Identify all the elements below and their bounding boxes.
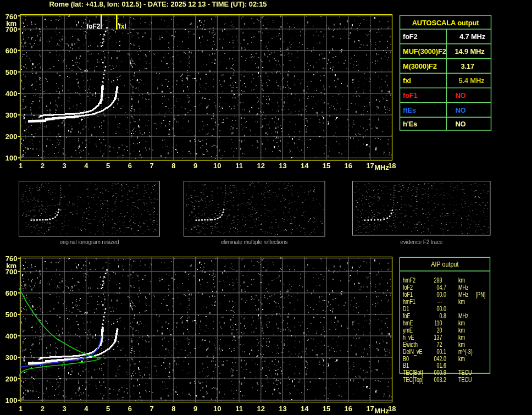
svg-text:14: 14 bbox=[301, 405, 309, 413]
svg-text:137: 137 bbox=[434, 333, 442, 341]
svg-text:hmE: hmE bbox=[403, 319, 413, 327]
svg-text:0: 0 bbox=[440, 312, 442, 319]
svg-text:10: 10 bbox=[213, 162, 221, 170]
svg-text:hmF1: hmF1 bbox=[403, 298, 415, 306]
svg-text:5.4 MHz: 5.4 MHz bbox=[458, 76, 485, 85]
svg-text:00: 00 bbox=[437, 291, 442, 298]
svg-text:00: 00 bbox=[437, 305, 442, 312]
svg-text:1: 1 bbox=[19, 162, 23, 170]
svg-text:17: 17 bbox=[366, 405, 374, 413]
svg-text:11: 11 bbox=[235, 162, 243, 170]
svg-text:9: 9 bbox=[193, 405, 197, 413]
svg-text:AUTOSCALA output: AUTOSCALA output bbox=[412, 19, 480, 27]
svg-text:16: 16 bbox=[345, 162, 352, 170]
svg-text:MHz: MHz bbox=[374, 163, 389, 171]
svg-text:7: 7 bbox=[149, 162, 153, 170]
svg-text:15: 15 bbox=[323, 162, 330, 170]
svg-text:foF1: foF1 bbox=[403, 91, 418, 99]
svg-text:8: 8 bbox=[171, 162, 175, 170]
svg-text:MHz: MHz bbox=[458, 312, 468, 319]
svg-text:18: 18 bbox=[388, 405, 396, 413]
svg-text:km: km bbox=[458, 319, 465, 327]
svg-text:6: 6 bbox=[128, 162, 132, 170]
svg-text:5: 5 bbox=[106, 162, 110, 170]
svg-text:.8: .8 bbox=[442, 312, 447, 319]
svg-text:h'Es: h'Es bbox=[403, 120, 417, 128]
svg-text:700: 700 bbox=[5, 268, 18, 276]
svg-text:3: 3 bbox=[62, 162, 66, 170]
svg-text:20: 20 bbox=[437, 326, 442, 334]
svg-text:500: 500 bbox=[5, 68, 18, 76]
svg-text:DelN_vE: DelN_vE bbox=[403, 347, 422, 355]
svg-text:AIP output: AIP output bbox=[431, 260, 459, 268]
svg-text:14: 14 bbox=[301, 162, 309, 170]
svg-text:2: 2 bbox=[41, 405, 45, 413]
svg-text:MHz: MHz bbox=[374, 407, 389, 415]
svg-text:13: 13 bbox=[279, 162, 286, 170]
svg-text:---: --- bbox=[437, 298, 442, 306]
svg-text:04: 04 bbox=[437, 284, 442, 291]
svg-text:12: 12 bbox=[257, 405, 265, 413]
svg-text:original ionogram resized: original ionogram resized bbox=[60, 239, 119, 245]
svg-text:fxI: fxI bbox=[403, 76, 411, 85]
svg-text:foF2: foF2 bbox=[403, 32, 418, 41]
svg-text:300: 300 bbox=[5, 111, 18, 119]
svg-text:foE: foE bbox=[403, 312, 410, 319]
svg-text:.9: .9 bbox=[442, 369, 447, 377]
svg-text:D1: D1 bbox=[403, 305, 409, 312]
svg-text:400: 400 bbox=[5, 90, 18, 98]
svg-text:00: 00 bbox=[437, 347, 442, 355]
svg-text:TEC[Bot]: TEC[Bot] bbox=[403, 369, 423, 377]
svg-text:MHz: MHz bbox=[458, 284, 468, 291]
svg-text:7: 7 bbox=[149, 405, 153, 413]
svg-text:18: 18 bbox=[388, 162, 396, 170]
svg-text:M(3000)F2: M(3000)F2 bbox=[403, 62, 437, 70]
svg-text:003: 003 bbox=[434, 376, 442, 384]
svg-text:TECU: TECU bbox=[458, 376, 472, 384]
svg-text:288: 288 bbox=[434, 276, 442, 284]
svg-text:km: km bbox=[458, 333, 465, 341]
svg-text:17: 17 bbox=[366, 162, 374, 170]
svg-text:foF2: foF2 bbox=[86, 23, 101, 30]
svg-text:14.9 MHz: 14.9 MHz bbox=[455, 47, 485, 56]
svg-text:4: 4 bbox=[84, 162, 88, 170]
svg-text:ymE: ymE bbox=[403, 326, 413, 334]
svg-text:eliminate multiple reflections: eliminate multiple reflections bbox=[221, 239, 287, 245]
svg-text:.6: .6 bbox=[442, 362, 447, 369]
svg-text:Rome (lat: +41.8, lon: 012.5): Rome (lat: +41.8, lon: 012.5) - DATE: 20… bbox=[49, 0, 267, 8]
svg-text:hmF2: hmF2 bbox=[403, 276, 415, 284]
svg-text:16: 16 bbox=[345, 405, 352, 413]
svg-text:72: 72 bbox=[437, 340, 442, 348]
svg-text:100: 100 bbox=[5, 396, 18, 405]
svg-text:600: 600 bbox=[5, 289, 18, 297]
svg-text:km: km bbox=[458, 276, 465, 284]
svg-text:ftEs: ftEs bbox=[403, 106, 416, 114]
svg-text:500: 500 bbox=[5, 311, 18, 319]
svg-text:4.7 MHz: 4.7 MHz bbox=[459, 32, 486, 41]
svg-text:01: 01 bbox=[437, 362, 442, 369]
svg-text:km: km bbox=[458, 355, 465, 362]
svg-text:m^(-3): m^(-3) bbox=[458, 347, 473, 355]
svg-text:[PN]: [PN] bbox=[476, 291, 485, 298]
svg-text:000: 000 bbox=[434, 369, 442, 377]
svg-text:12: 12 bbox=[257, 162, 265, 170]
svg-text:.1: .1 bbox=[442, 347, 447, 355]
svg-text:300: 300 bbox=[5, 353, 18, 362]
svg-text:km: km bbox=[458, 326, 465, 334]
svg-text:.2: .2 bbox=[442, 376, 447, 384]
svg-text:3: 3 bbox=[62, 405, 66, 413]
svg-text:.0: .0 bbox=[442, 355, 447, 362]
svg-text:.0: .0 bbox=[442, 305, 447, 312]
svg-text:h_vE: h_vE bbox=[403, 333, 414, 341]
svg-text:100: 100 bbox=[5, 154, 18, 162]
svg-text:foF2: foF2 bbox=[403, 284, 413, 291]
svg-text:5: 5 bbox=[106, 405, 110, 413]
svg-text:8: 8 bbox=[171, 405, 175, 413]
svg-text:3.17: 3.17 bbox=[461, 62, 475, 70]
svg-text:9: 9 bbox=[193, 162, 197, 170]
svg-text:TEC[Top]: TEC[Top] bbox=[403, 376, 423, 384]
svg-text:1: 1 bbox=[19, 405, 23, 413]
svg-text:MHz: MHz bbox=[458, 291, 468, 298]
svg-text:foF1: foF1 bbox=[403, 291, 413, 298]
svg-text:11: 11 bbox=[235, 405, 243, 413]
